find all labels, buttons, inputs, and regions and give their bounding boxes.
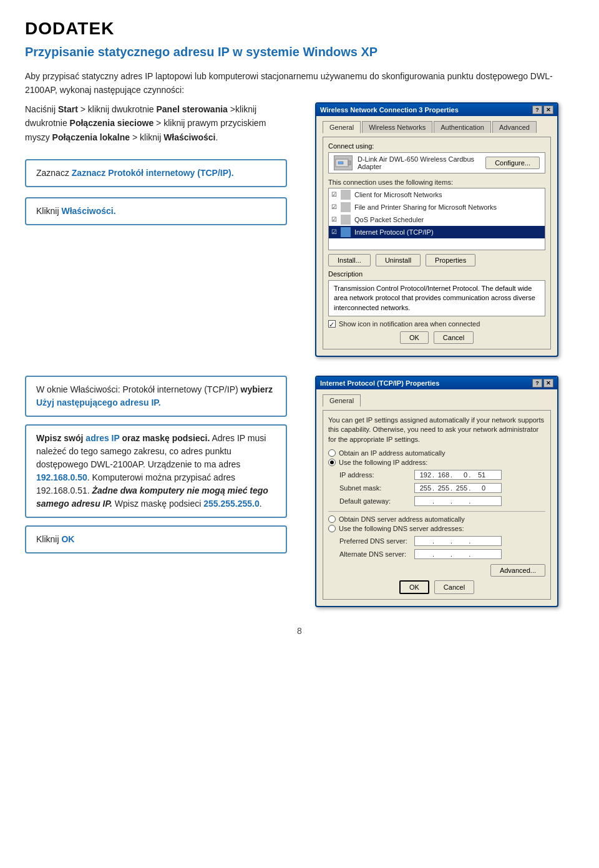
dialog2-title: Internet Protocol (TCP/IP) Properties [320,379,439,387]
adapter-name: D-Link Air DWL-650 Wireless Cardbus Adap… [358,155,480,170]
dialog1-window: Wireless Network Connection 3 Properties… [315,102,558,357]
radio3-label: Obtain DNS server address automatically [339,515,465,523]
highlight1-text: Zaznacz Protokół internetowy (TCP/IP). [72,168,234,178]
page-heading: DODATEK [25,19,574,39]
gateway-row: Default gateway: . . . [339,496,545,506]
dialog1-titlebar[interactable]: Wireless Network Connection 3 Properties… [316,104,557,116]
adapter-icon [334,155,353,170]
step1-label: Naciśnij Start > kliknij dwukrotnie Pane… [25,104,266,142]
item-label-2: File and Printer Sharing for Microsoft N… [354,203,497,211]
dialog1-tabs: General Wireless Networks Authentication… [323,121,551,133]
show-icon-row: ✓ Show icon in notification area when co… [328,320,545,328]
radio-group-dns: Obtain DNS server address automatically … [328,515,545,532]
highlight-box-4: Wpisz swój adres IP oraz maskę podsieci.… [25,424,287,518]
install-btn[interactable]: Install... [328,254,371,266]
item-icon-3 [341,215,351,225]
list-item-2[interactable]: ☑ File and Printer Sharing for Microsoft… [329,201,545,213]
radio4-label: Use the following DNS server addresses: [339,525,464,532]
alternate-dns-row: Alternate DNS server: . . . [339,549,545,559]
ip-fields-block: IP address: 192 . 168 . 0 . 51 [339,470,545,506]
dialog1-cancel-btn[interactable]: Cancel [434,331,474,344]
advanced-btn-row: Advanced... [328,564,545,577]
dialog1-help-btn[interactable]: ? [532,105,542,114]
properties-btn[interactable]: Properties [426,254,475,266]
subnet-mask-row: Subnet mask: 255 . 255 . 255 . 0 [339,483,545,493]
bottom-text1: W oknie Właściwości: Protokół internetow… [36,384,273,407]
uninstall-btn[interactable]: Uninstall [376,254,421,266]
items-label: This connection uses the following items… [328,178,545,186]
ip-address-input[interactable]: 192 . 168 . 0 . 51 [414,470,502,480]
item-label-4: Internet Protocol (TCP/IP) [354,228,434,236]
dialog1-action-btns: Install... Uninstall Properties [328,254,545,266]
adapter-box: D-Link Air DWL-650 Wireless Cardbus Adap… [328,152,545,173]
show-icon-label: Show icon in notification area when conn… [339,320,480,328]
svg-rect-1 [348,161,351,165]
alternate-dns-label: Alternate DNS server: [339,550,414,558]
dialog2-titlebar[interactable]: Internet Protocol (TCP/IP) Properties ? … [316,377,557,389]
dialog2-ok-cancel: OK Cancel [328,580,545,594]
dialog2-ok-btn[interactable]: OK [399,580,429,594]
dialog1-title: Wireless Network Connection 3 Properties [320,106,459,114]
highlight-box-2: Kliknij Właściwości. [25,197,287,225]
item-label-1: Client for Microsoft Networks [354,191,442,198]
dialog1-ok-cancel: OK Cancel [328,331,545,344]
ip-address-row: IP address: 192 . 168 . 0 . 51 [339,470,545,480]
subnet-mask-label: Subnet mask: [339,484,414,492]
radio-use-following-ip[interactable]: Use the following IP address: [328,459,545,466]
advanced-btn[interactable]: Advanced... [490,564,545,577]
list-item-4[interactable]: ☑ Internet Protocol (TCP/IP) [329,226,545,238]
gateway-input[interactable]: . . . [414,496,502,506]
highlight-box-3: W oknie Właściwości: Protokół internetow… [25,376,287,417]
tab-wireless-networks[interactable]: Wireless Networks [362,121,432,133]
radio-obtain-dns-auto[interactable]: Obtain DNS server address automatically [328,515,545,523]
items-list: ☑ Client for Microsoft Networks ☑ File a… [328,188,545,250]
gateway-label: Default gateway: [339,497,414,505]
item-icon-1 [341,190,351,200]
list-item-1[interactable]: ☑ Client for Microsoft Networks [329,188,545,201]
highlight2-text: Właściwości. [61,206,115,216]
radio1-label: Obtain an IP address automatically [339,449,445,457]
highlight-box-5: Kliknij OK [25,525,287,553]
item-icon-2 [341,202,351,212]
tab-advanced[interactable]: Advanced [492,121,537,133]
highlight3-text: OK [61,534,74,544]
page-number: 8 [25,626,574,636]
description-box: Transmission Control Protocol/Internet P… [328,280,545,316]
dialog1-ok-btn[interactable]: OK [400,331,429,344]
radio2-label: Use the following IP address: [339,459,427,466]
section-title: Przypisanie statycznego adresu IP w syst… [25,45,574,59]
dialog2-window: Internet Protocol (TCP/IP) Properties ? … [315,376,558,607]
dialog2-cancel-btn[interactable]: Cancel [434,580,474,594]
item-label-3: QoS Packet Scheduler [354,216,424,223]
preferred-dns-row: Preferred DNS server: . . . [339,536,545,546]
preferred-dns-label: Preferred DNS server: [339,537,414,545]
show-icon-checkbox[interactable]: ✓ [328,320,336,328]
tab-general-tcp[interactable]: General [323,394,361,407]
highlight-box-1: Zaznacz Zaznacz Protokół internetowy (TC… [25,159,287,187]
alternate-dns-input[interactable]: . . . [414,549,502,559]
description-label: Description [328,270,545,278]
ip-address-label: IP address: [339,471,414,479]
svg-rect-2 [338,162,343,164]
radio-obtain-auto[interactable]: Obtain an IP address automatically [328,449,545,457]
dialog2-help-btn[interactable]: ? [532,379,542,388]
dialog2-desc: You can get IP settings assigned automat… [328,416,545,444]
list-item-3[interactable]: ☑ QoS Packet Scheduler [329,213,545,226]
tab-general[interactable]: General [323,121,361,134]
bottom-text2: Wpisz swój adres IP oraz maskę podsieci.… [36,432,276,510]
subnet-mask-input[interactable]: 255 . 255 . 255 . 0 [414,483,502,493]
dialog2-close-btn[interactable]: ✕ [543,379,553,388]
dialog1-close-btn[interactable]: ✕ [543,105,553,114]
radio-group-ip: Obtain an IP address automatically Use t… [328,449,545,466]
step1-text: Naciśnij Start > kliknij dwukrotnie Pane… [25,102,287,144]
connect-using-label: Connect using: [328,142,545,150]
preferred-dns-input[interactable]: . . . [414,536,502,546]
item-icon-4 [341,227,351,237]
intro-text: Aby przypisać statyczny adres IP laptopo… [25,69,574,97]
tab-authentication[interactable]: Authentication [434,121,491,133]
radio-use-following-dns[interactable]: Use the following DNS server addresses: [328,525,545,532]
configure-btn[interactable]: Configure... [485,157,540,169]
dns-fields-block: Preferred DNS server: . . . [339,536,545,559]
